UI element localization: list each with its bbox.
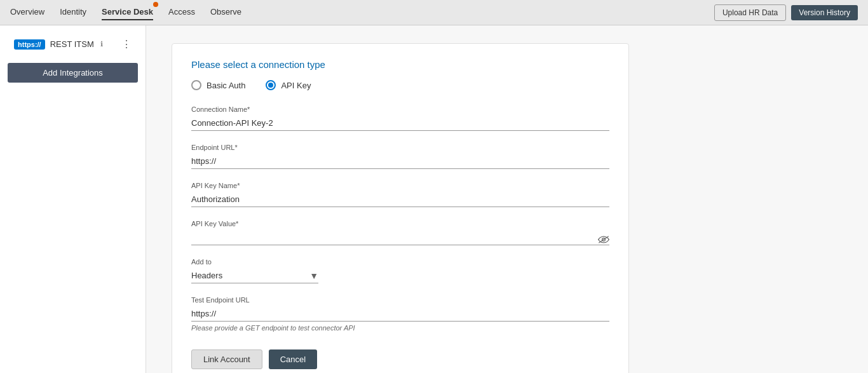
api-key-name-input[interactable] <box>191 192 609 207</box>
nav-actions: Upload HR Data Version History <box>714 4 858 21</box>
api-key-name-label: API Key Name* <box>191 182 609 189</box>
top-navigation: Overview Identity Service Desk Access Ob… <box>0 0 868 25</box>
form-actions: Link Account Cancel <box>191 349 609 369</box>
test-endpoint-hint: Please provide a GET endpoint to test co… <box>191 324 609 332</box>
api-key-value-input[interactable] <box>191 230 609 245</box>
test-endpoint-label: Test Endpoint URL <box>191 296 609 304</box>
nav-item-observe[interactable]: Observe <box>210 4 241 20</box>
add-to-group: Add to Headers Query Params Body ▼ <box>191 258 609 283</box>
add-to-label: Add to <box>191 258 609 266</box>
radio-basic-auth-label: Basic Auth <box>207 81 245 90</box>
nav-item-service-desk[interactable]: Service Desk <box>102 4 153 20</box>
connection-type-heading: Please select a connection type <box>191 59 609 70</box>
add-integrations-button[interactable]: Add Integrations <box>8 63 138 83</box>
test-endpoint-group: Test Endpoint URL Please provide a GET e… <box>191 296 609 332</box>
nav-item-identity[interactable]: Identity <box>60 4 86 20</box>
radio-api-key[interactable]: API Key <box>266 80 311 90</box>
radio-api-key-circle <box>266 80 276 90</box>
sidebar-badge: https:// <box>14 39 45 50</box>
main-content: Please select a connection type Basic Au… <box>146 25 868 373</box>
main-layout: https:// REST ITSM ℹ ⋮ Add Integrations … <box>0 25 868 373</box>
nav-menu: Overview Identity Service Desk Access Ob… <box>10 4 714 20</box>
info-icon: ℹ <box>100 40 103 48</box>
test-endpoint-input[interactable] <box>191 306 609 322</box>
radio-basic-auth-circle <box>191 80 201 90</box>
version-history-button[interactable]: Version History <box>791 5 858 20</box>
upload-hr-data-button[interactable]: Upload HR Data <box>714 4 786 21</box>
connection-form: Please select a connection type Basic Au… <box>172 43 629 373</box>
sidebar: https:// REST ITSM ℹ ⋮ Add Integrations <box>0 25 146 373</box>
api-key-value-label: API Key Value* <box>191 220 609 227</box>
api-key-name-group: API Key Name* <box>191 182 609 207</box>
link-account-button[interactable]: Link Account <box>191 349 262 369</box>
endpoint-url-label: Endpoint URL* <box>191 144 609 151</box>
connection-name-group: Connection Name* <box>191 105 609 131</box>
toggle-visibility-icon[interactable] <box>598 235 609 246</box>
connection-name-input[interactable] <box>191 116 609 131</box>
service-desk-badge <box>153 2 158 7</box>
radio-api-key-label: API Key <box>281 81 311 90</box>
connection-name-label: Connection Name* <box>191 105 609 113</box>
nav-item-access[interactable]: Access <box>168 4 195 20</box>
api-key-value-group: API Key Value* <box>191 220 609 245</box>
add-to-select-wrapper: Headers Query Params Body ▼ <box>191 268 318 283</box>
more-options-icon[interactable]: ⋮ <box>121 38 132 50</box>
sidebar-item-label: REST ITSM <box>50 39 94 49</box>
radio-basic-auth[interactable]: Basic Auth <box>191 80 245 90</box>
cancel-button[interactable]: Cancel <box>269 349 317 369</box>
endpoint-url-group: Endpoint URL* <box>191 144 609 169</box>
sidebar-rest-itsm-item[interactable]: https:// REST ITSM ℹ ⋮ <box>8 33 138 55</box>
nav-item-overview[interactable]: Overview <box>10 4 44 20</box>
add-to-select[interactable]: Headers Query Params Body <box>191 268 318 283</box>
connection-type-radio-group: Basic Auth API Key <box>191 80 609 90</box>
endpoint-url-input[interactable] <box>191 154 609 169</box>
